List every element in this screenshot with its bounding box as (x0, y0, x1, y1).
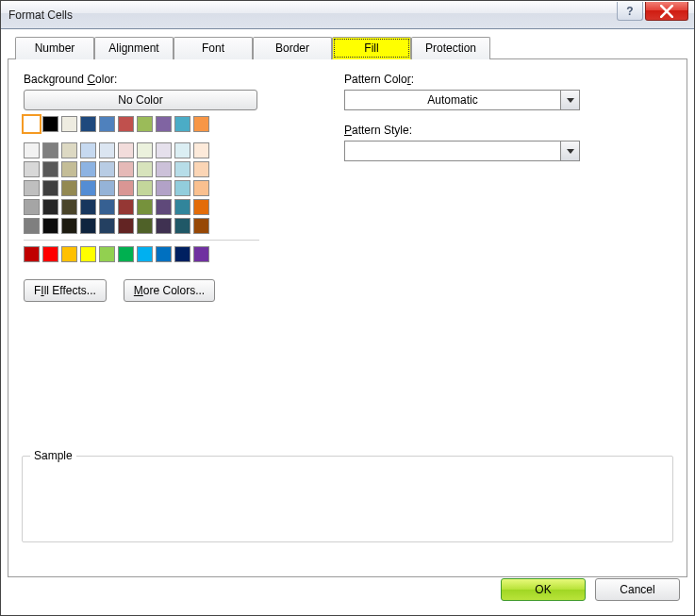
color-swatch[interactable] (24, 161, 40, 177)
color-swatch[interactable] (156, 180, 172, 196)
color-swatch[interactable] (42, 180, 58, 196)
color-swatch[interactable] (24, 246, 40, 262)
color-swatch[interactable] (137, 116, 153, 132)
color-swatch[interactable] (61, 246, 77, 262)
tab-border[interactable]: Border (253, 37, 332, 59)
tab-strip: NumberAlignmentFontBorderFillProtection (8, 36, 687, 58)
color-swatch[interactable] (193, 199, 209, 215)
color-swatch[interactable] (24, 142, 40, 158)
palette-standard (24, 246, 262, 262)
sample-group: Sample (22, 456, 673, 542)
color-swatch[interactable] (42, 199, 58, 215)
color-swatch[interactable] (193, 218, 209, 234)
pattern-color-label: Pattern Color: (344, 73, 671, 86)
color-swatch[interactable] (99, 246, 115, 262)
tab-protection[interactable]: Protection (411, 37, 490, 59)
color-swatch[interactable] (193, 180, 209, 196)
no-color-button[interactable]: No Color (24, 90, 257, 110)
color-swatch[interactable] (99, 218, 115, 234)
fill-effects-button[interactable]: FIll Effects... (24, 279, 107, 302)
tab-font[interactable]: Font (174, 37, 253, 59)
color-swatch[interactable] (193, 161, 209, 177)
color-swatch[interactable] (42, 218, 58, 234)
color-swatch[interactable] (61, 142, 77, 158)
ok-button[interactable]: OK (501, 578, 586, 601)
color-swatch[interactable] (137, 246, 153, 262)
color-swatch[interactable] (118, 199, 134, 215)
title-bar: Format Cells ? (1, 1, 694, 29)
color-swatch[interactable] (61, 199, 77, 215)
color-swatch[interactable] (193, 142, 209, 158)
dialog-title: Format Cells (8, 8, 73, 22)
color-swatch[interactable] (61, 116, 77, 132)
color-swatch[interactable] (156, 161, 172, 177)
color-swatch[interactable] (99, 180, 115, 196)
color-swatch[interactable] (80, 218, 96, 234)
color-swatch[interactable] (61, 218, 77, 234)
color-swatch[interactable] (174, 161, 190, 177)
pattern-style-value (345, 142, 560, 160)
color-swatch[interactable] (99, 116, 115, 132)
close-button[interactable] (645, 2, 688, 21)
pattern-color-value: Automatic (345, 91, 560, 109)
color-swatch[interactable] (156, 218, 172, 234)
pattern-style-combo[interactable] (344, 141, 580, 161)
color-swatch[interactable] (174, 246, 190, 262)
color-swatch[interactable] (24, 180, 40, 196)
color-swatch[interactable] (61, 161, 77, 177)
color-swatch[interactable] (118, 218, 134, 234)
palette-theme (24, 142, 262, 234)
color-swatch[interactable] (61, 180, 77, 196)
more-colors-button[interactable]: More Colors... (124, 279, 215, 302)
color-swatch[interactable] (99, 142, 115, 158)
color-swatch[interactable] (156, 142, 172, 158)
pattern-style-label: Pattern Style: (344, 124, 671, 137)
color-swatch[interactable] (174, 218, 190, 234)
color-swatch[interactable] (24, 116, 40, 132)
color-swatch[interactable] (137, 142, 153, 158)
cancel-button[interactable]: Cancel (595, 578, 680, 601)
color-swatch[interactable] (174, 199, 190, 215)
color-swatch[interactable] (80, 180, 96, 196)
tab-alignment[interactable]: Alignment (94, 37, 174, 59)
palette-divider (24, 240, 259, 241)
color-swatch[interactable] (42, 161, 58, 177)
help-button[interactable]: ? (617, 2, 643, 21)
color-swatch[interactable] (137, 218, 153, 234)
color-swatch[interactable] (193, 246, 209, 262)
color-swatch[interactable] (118, 116, 134, 132)
color-swatch[interactable] (80, 161, 96, 177)
color-swatch[interactable] (42, 246, 58, 262)
tab-number[interactable]: Number (15, 37, 94, 59)
color-swatch[interactable] (118, 161, 134, 177)
tab-fill[interactable]: Fill (332, 37, 411, 59)
color-swatch[interactable] (174, 180, 190, 196)
color-swatch[interactable] (24, 218, 40, 234)
color-swatch[interactable] (156, 199, 172, 215)
color-swatch[interactable] (118, 180, 134, 196)
color-swatch[interactable] (24, 199, 40, 215)
color-swatch[interactable] (137, 161, 153, 177)
color-swatch[interactable] (99, 161, 115, 177)
color-swatch[interactable] (80, 142, 96, 158)
color-swatch[interactable] (118, 142, 134, 158)
palette-top-row (24, 116, 262, 132)
close-icon (660, 5, 673, 18)
color-swatch[interactable] (137, 199, 153, 215)
color-swatch[interactable] (42, 116, 58, 132)
color-swatch[interactable] (156, 116, 172, 132)
color-swatch[interactable] (137, 180, 153, 196)
color-swatch[interactable] (193, 116, 209, 132)
color-swatch[interactable] (118, 246, 134, 262)
tab-panel-fill: Background Color: No Color FIll Effects.… (8, 58, 687, 577)
color-swatch[interactable] (42, 142, 58, 158)
color-swatch[interactable] (80, 246, 96, 262)
color-swatch[interactable] (174, 116, 190, 132)
color-swatch[interactable] (80, 116, 96, 132)
color-swatch[interactable] (99, 199, 115, 215)
pattern-color-combo[interactable]: Automatic (344, 90, 580, 110)
color-swatch[interactable] (156, 246, 172, 262)
color-swatch[interactable] (174, 142, 190, 158)
color-swatch[interactable] (80, 199, 96, 215)
chevron-down-icon (560, 142, 579, 160)
